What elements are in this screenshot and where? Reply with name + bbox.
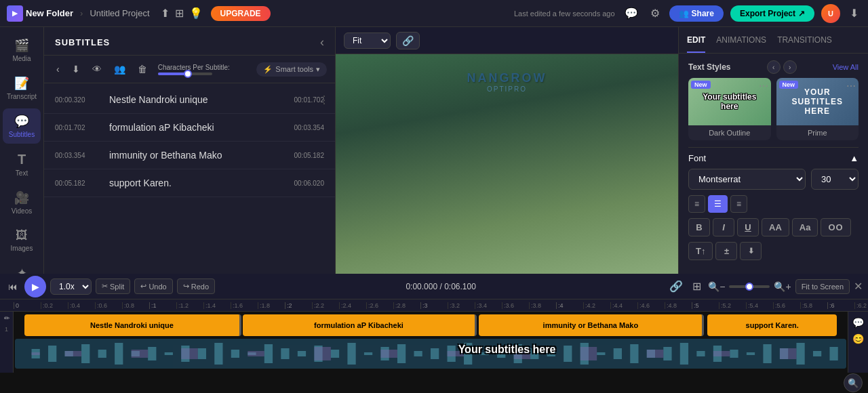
italic-button[interactable]: I	[713, 218, 734, 236]
new-badge-dark: New	[691, 81, 711, 89]
user-avatar[interactable]: U	[821, 4, 840, 23]
ruler-mark: :4	[556, 302, 583, 309]
ruler-mark: :3.8	[529, 302, 556, 309]
upload-icon[interactable]: ⬆	[161, 7, 170, 20]
zoom-slider-thumb[interactable]	[745, 283, 753, 291]
font-section-header[interactable]: Font ▲	[688, 147, 859, 169]
play-button[interactable]: ▶	[24, 276, 46, 297]
group-subtitle-button[interactable]: 👥	[110, 61, 130, 77]
underline-button[interactable]: U	[737, 218, 759, 236]
align-right-button[interactable]: ≡	[730, 195, 747, 213]
view-all-link[interactable]: View All	[833, 63, 859, 71]
spacing-button[interactable]: OO	[821, 218, 850, 236]
search-button[interactable]: 🔍	[844, 373, 863, 392]
align-center-button[interactable]: ☰	[708, 195, 728, 213]
close-timeline-button[interactable]: ✕	[854, 280, 863, 293]
plus-minus-button[interactable]: ±	[715, 242, 737, 260]
download-icon[interactable]: ⬇	[847, 4, 861, 22]
chain-link-button[interactable]: 🔗	[396, 32, 420, 49]
style-card-dark-outline[interactable]: New ⋯ Your subtitles here Dark Outline	[688, 78, 771, 140]
svg-rect-47	[796, 343, 804, 365]
upgrade-button[interactable]: UPGRADE	[211, 6, 271, 21]
subtitle-clip-1[interactable]: Nestle Nandroki unique	[24, 314, 241, 336]
svg-rect-21	[364, 352, 372, 355]
subtitle-clip-2[interactable]: formulation aP Kibacheki	[243, 314, 476, 336]
sidebar-item-videos[interactable]: 🎥 Videos	[3, 185, 41, 220]
share-button[interactable]: 👥 Share	[669, 5, 724, 22]
download-subtitle-button[interactable]: ⬇	[68, 61, 84, 77]
redo-icon: ↪	[183, 282, 189, 291]
style-next-arrow[interactable]: ›	[783, 60, 797, 74]
table-row[interactable]: 00:01.702 formulation aP Kibacheki 00:03…	[44, 114, 335, 142]
fit-clips-button[interactable]: ⊞	[690, 277, 704, 295]
zoom-slider[interactable]	[729, 285, 770, 288]
style-prev-arrow[interactable]: ‹	[767, 60, 781, 74]
font-size-select[interactable]: 30 24 36 48	[811, 169, 859, 190]
total-time: 0:06.100	[444, 282, 476, 291]
sidebar-item-text[interactable]: T Text	[3, 146, 41, 182]
subtitle-text-2[interactable]: immunity or Bethana Mako	[109, 150, 270, 161]
tl-chat-icon[interactable]: 💬	[852, 317, 864, 328]
undo-button[interactable]: ↩ Undo	[134, 278, 172, 294]
style-card-prime[interactable]: New ⋯ YOUR SUBTITLES HERE Prime	[776, 78, 859, 140]
table-row[interactable]: 00:03.354 immunity or Bethana Mako 00:05…	[44, 142, 335, 169]
fit-to-screen-button[interactable]: Fit to Screen	[795, 279, 850, 294]
breadcrumb-sep: ›	[80, 8, 83, 18]
ruler-mark: :5.4	[746, 302, 773, 309]
eye-subtitle-button[interactable]: 👁	[88, 61, 106, 77]
font-family-select[interactable]: Montserrat Arial Roboto	[688, 169, 806, 190]
tl-prev-button[interactable]: ⏮	[5, 278, 20, 295]
svg-rect-55	[314, 347, 331, 360]
slider-thumb[interactable]	[184, 70, 192, 78]
smart-tools-button[interactable]: ⚡ Smart tools ▾	[256, 62, 327, 77]
subtitle-text-0[interactable]: Nestle Nandroki unique	[109, 94, 270, 105]
grid-icon[interactable]: ⊞	[175, 7, 184, 20]
tab-animations[interactable]: ANIMATIONS	[716, 27, 766, 53]
delete-subtitle-button[interactable]: 🗑	[134, 61, 151, 77]
tab-edit[interactable]: EDIT	[687, 27, 705, 53]
capitalize-button[interactable]: Aa	[792, 218, 818, 236]
subtitle-clip-4[interactable]: support Karen.	[707, 314, 837, 336]
sidebar-item-media[interactable]: 🎬 Media	[3, 33, 41, 68]
lightbulb-icon[interactable]: 💡	[189, 7, 203, 20]
subtitle-text-1[interactable]: formulation aP Kibacheki	[109, 122, 270, 133]
speed-select[interactable]: 1.0x 0.5x 1.5x 2.0x	[50, 278, 92, 295]
tl-smiley-icon[interactable]: 😊	[852, 333, 864, 344]
sidebar-item-transcript[interactable]: 📝 Transcript	[3, 70, 41, 106]
tab-transitions[interactable]: TRANSITIONS	[777, 27, 832, 53]
sidebar-item-subtitles[interactable]: 💬 Subtitles	[3, 108, 41, 144]
superscript-button[interactable]: T↑	[688, 242, 713, 260]
subtitle-text-3[interactable]: support Karen.	[109, 178, 270, 188]
comment-icon[interactable]: 💬	[622, 4, 641, 22]
row-menu-0[interactable]: ⋮	[319, 94, 330, 106]
svg-rect-4	[81, 344, 90, 363]
video-track[interactable]	[15, 339, 846, 369]
font-section-title: Font	[688, 153, 706, 163]
slider-track[interactable]	[158, 73, 212, 75]
settings-icon[interactable]: ⚙	[648, 4, 663, 22]
text-icon: T	[18, 152, 26, 167]
zoom-in-button[interactable]: 🔍+	[774, 281, 791, 292]
zoom-out-button[interactable]: 🔍−	[708, 281, 725, 292]
split-button[interactable]: ✂ Split	[96, 278, 130, 294]
transcript-icon: 📝	[14, 76, 29, 91]
more-options-dark[interactable]: ⋯	[759, 81, 768, 91]
fit-select[interactable]: Fit 50% 100%	[344, 33, 391, 49]
topbar-file-icons: ⬆ ⊞ 💡	[161, 7, 203, 20]
more-options-prime[interactable]: ⋯	[846, 81, 856, 91]
caps-button[interactable]: AA	[762, 218, 789, 236]
redo-button[interactable]: ↪ Redo	[177, 278, 215, 294]
table-row[interactable]: 00:00.320 Nestle Nandroki unique 00:01.7…	[44, 86, 335, 114]
link-clips-button[interactable]: 🔗	[667, 277, 686, 295]
subtitle-clip-3[interactable]: immunity or Bethana Mako	[479, 314, 704, 336]
project-name[interactable]: Untitled Project	[90, 8, 149, 18]
track-edit-icon[interactable]: ✏	[4, 314, 9, 322]
align-left-button[interactable]: ≡	[688, 195, 705, 213]
subscript-button[interactable]: ⬇	[740, 242, 762, 260]
bold-button[interactable]: B	[688, 218, 710, 236]
panel-close-button[interactable]: ‹	[320, 35, 324, 49]
table-row[interactable]: 00:05.182 support Karen. 00:06.020	[44, 169, 335, 197]
sidebar-item-images[interactable]: 🖼 Images	[3, 223, 41, 257]
export-button[interactable]: Export Project ↗	[730, 5, 814, 22]
prev-subtitle-button[interactable]: ‹	[52, 61, 64, 77]
